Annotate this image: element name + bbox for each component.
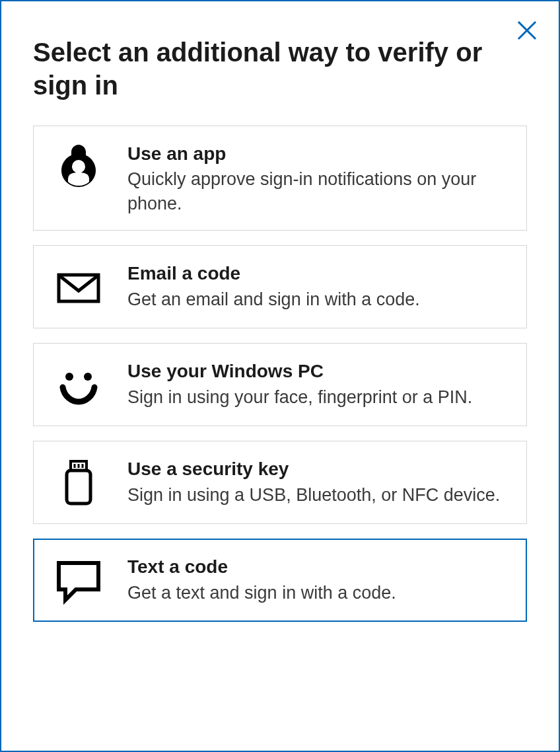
options-list: Use an app Quickly approve sign-in notif…	[33, 126, 527, 622]
option-security-key[interactable]: Use a security key Sign in using a USB, …	[33, 441, 527, 524]
email-icon	[48, 260, 109, 313]
authenticator-app-icon	[48, 141, 109, 194]
option-description: Get a text and sign in with a code.	[127, 581, 508, 605]
option-description: Sign in using a USB, Bluetooth, or NFC d…	[127, 483, 508, 507]
security-key-icon	[48, 456, 109, 509]
windows-hello-icon	[48, 358, 109, 411]
option-description: Get an email and sign in with a code.	[127, 287, 508, 311]
close-button[interactable]	[514, 17, 540, 44]
option-title: Use your Windows PC	[127, 359, 508, 383]
option-title: Use a security key	[127, 457, 508, 481]
option-text: Text a code Get a text and sign in with …	[127, 554, 508, 605]
option-email-code[interactable]: Email a code Get an email and sign in wi…	[33, 245, 527, 328]
dialog-title: Select an additional way to verify or si…	[33, 36, 527, 102]
option-description: Quickly approve sign-in notifications on…	[127, 167, 508, 215]
option-text: Use your Windows PC Sign in using your f…	[127, 358, 508, 409]
svg-point-2	[72, 160, 85, 173]
option-windows-pc[interactable]: Use your Windows PC Sign in using your f…	[33, 343, 527, 426]
option-description: Sign in using your face, fingerprint or …	[127, 385, 508, 409]
option-text-code[interactable]: Text a code Get a text and sign in with …	[33, 539, 527, 622]
option-text: Use a security key Sign in using a USB, …	[127, 456, 508, 507]
option-text: Use an app Quickly approve sign-in notif…	[127, 141, 508, 215]
verification-method-dialog: Select an additional way to verify or si…	[0, 0, 560, 752]
option-text: Email a code Get an email and sign in wi…	[127, 260, 508, 311]
svg-point-4	[65, 373, 73, 381]
text-message-icon	[48, 554, 109, 607]
option-title: Text a code	[127, 555, 508, 579]
option-title: Use an app	[127, 142, 508, 166]
option-title: Email a code	[127, 262, 508, 285]
svg-rect-10	[67, 470, 90, 504]
option-use-app[interactable]: Use an app Quickly approve sign-in notif…	[33, 126, 527, 231]
close-icon	[516, 20, 538, 41]
svg-point-5	[84, 373, 92, 381]
